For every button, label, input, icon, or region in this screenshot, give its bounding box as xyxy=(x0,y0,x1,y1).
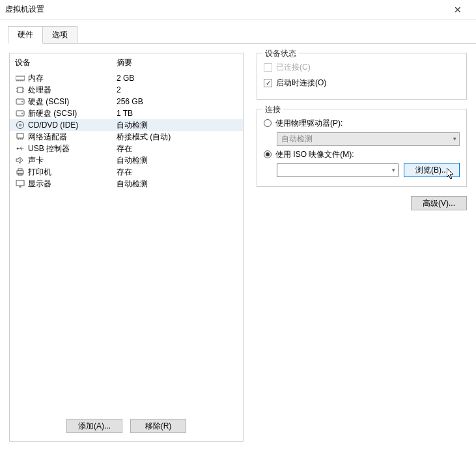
device-row-memory[interactable]: 内存 2 GB xyxy=(10,72,243,84)
left-button-row: 添加(A)... 移除(R) xyxy=(10,419,243,433)
chevron-down-icon: ▾ xyxy=(453,135,456,142)
memory-icon xyxy=(15,74,25,83)
left-pane: 设备 摘要 内存 2 GB 处理器 2 硬盘 (SCSI) 256 GB 新硬盘… xyxy=(9,53,244,442)
physical-drive-select-row: 自动检测 ▾ xyxy=(277,132,460,146)
device-name: 打印机 xyxy=(28,167,117,178)
svg-rect-28 xyxy=(16,180,24,186)
device-status-group: 设备状态 已连接(C) ✓ 启动时连接(O) xyxy=(257,53,467,100)
remove-button[interactable]: 移除(R) xyxy=(130,419,186,433)
device-name: USB 控制器 xyxy=(28,143,117,154)
device-name: 网络适配器 xyxy=(28,132,117,143)
connect-at-power-row[interactable]: ✓ 启动时连接(O) xyxy=(264,76,460,90)
titlebar: 虚拟机设置 ✕ xyxy=(0,0,476,20)
window-title: 虚拟机设置 xyxy=(5,4,445,15)
right-pane: 设备状态 已连接(C) ✓ 启动时连接(O) 连接 使用物理驱动器(P): 自动… xyxy=(244,53,467,442)
tab-options[interactable]: 选项 xyxy=(42,26,77,44)
svg-point-14 xyxy=(17,122,24,129)
device-name: 新硬盘 (SCSI) xyxy=(28,108,117,119)
device-name: 显示器 xyxy=(28,178,117,190)
use-iso-row[interactable]: 使用 ISO 映像文件(M): xyxy=(264,147,460,162)
physical-drive-select[interactable]: 自动检测 ▾ xyxy=(277,132,460,146)
device-row-display[interactable]: 显示器 自动检测 xyxy=(10,178,243,190)
radio-icon xyxy=(264,150,272,158)
device-row-disk2[interactable]: 新硬盘 (SCSI) 1 TB xyxy=(10,107,243,119)
device-row-sound[interactable]: 声卡 自动检测 xyxy=(10,154,243,166)
tab-strip: 硬件 选项 xyxy=(8,26,476,44)
device-row-usb[interactable]: USB 控制器 存在 xyxy=(10,143,243,154)
device-name: 硬盘 (SCSI) xyxy=(28,96,117,107)
svg-point-13 xyxy=(21,113,23,114)
device-summary: 1 TB xyxy=(117,109,238,118)
content-area: 设备 摘要 内存 2 GB 处理器 2 硬盘 (SCSI) 256 GB 新硬盘… xyxy=(0,44,476,467)
device-summary: 存在 xyxy=(117,143,238,154)
printer-icon xyxy=(15,167,25,177)
col-summary: 摘要 xyxy=(117,57,238,68)
use-iso-label: 使用 ISO 映像文件(M): xyxy=(275,149,354,160)
device-summary: 桥接模式 (自动) xyxy=(117,132,238,143)
sound-icon xyxy=(15,156,25,165)
close-icon[interactable]: ✕ xyxy=(445,5,471,15)
connection-group: 连接 使用物理驱动器(P): 自动检测 ▾ 使用 ISO 映像文件(M): ▾ xyxy=(257,109,467,187)
disk-icon xyxy=(15,97,25,106)
svg-rect-12 xyxy=(16,111,24,116)
radio-icon xyxy=(264,119,272,127)
device-summary: 存在 xyxy=(117,167,238,178)
chevron-down-icon: ▾ xyxy=(392,167,395,173)
device-name: CD/DVD (IDE) xyxy=(28,120,117,130)
device-row-disk1[interactable]: 硬盘 (SCSI) 256 GB xyxy=(10,96,243,107)
device-list-header: 设备 摘要 xyxy=(10,53,243,72)
cpu-icon xyxy=(15,85,25,94)
connected-row[interactable]: 已连接(C) xyxy=(264,60,460,74)
device-summary: 自动检测 xyxy=(117,178,238,190)
group-title: 连接 xyxy=(262,104,283,115)
svg-marker-24 xyxy=(16,157,20,163)
device-name: 处理器 xyxy=(28,85,117,96)
device-row-nic[interactable]: 网络适配器 桥接模式 (自动) xyxy=(10,131,243,143)
iso-path-row: ▾ 浏览(B)... xyxy=(277,163,460,177)
network-icon xyxy=(15,132,25,141)
tab-underline xyxy=(8,43,476,44)
device-row-printer[interactable]: 打印机 存在 xyxy=(10,166,243,178)
add-button[interactable]: 添加(A)... xyxy=(66,419,122,433)
svg-point-11 xyxy=(21,101,23,102)
svg-rect-10 xyxy=(16,99,24,104)
browse-button[interactable]: 浏览(B)... xyxy=(404,163,460,177)
svg-rect-0 xyxy=(16,76,25,80)
device-list: 设备 摘要 内存 2 GB 处理器 2 硬盘 (SCSI) 256 GB 新硬盘… xyxy=(9,53,244,442)
device-summary: 2 xyxy=(117,85,238,94)
use-physical-row[interactable]: 使用物理驱动器(P): xyxy=(264,116,460,130)
device-summary: 自动检测 xyxy=(117,120,238,131)
connect-at-power-label: 启动时连接(O) xyxy=(276,78,326,89)
device-name: 内存 xyxy=(28,73,117,84)
usb-icon xyxy=(15,144,25,153)
display-icon xyxy=(15,179,25,188)
tab-hardware[interactable]: 硬件 xyxy=(8,26,43,44)
advanced-button[interactable]: 高级(V)... xyxy=(411,196,467,210)
device-row-cpu[interactable]: 处理器 2 xyxy=(10,84,243,96)
svg-rect-26 xyxy=(18,169,22,171)
svg-rect-5 xyxy=(18,87,23,92)
advanced-row: 高级(V)... xyxy=(257,196,467,210)
connected-label: 已连接(C) xyxy=(276,62,311,73)
svg-point-15 xyxy=(20,124,21,126)
cdrom-icon xyxy=(15,120,25,130)
checkbox-icon xyxy=(264,63,272,72)
iso-path-select[interactable]: ▾ xyxy=(277,163,399,177)
device-summary: 自动检测 xyxy=(117,155,238,166)
col-device: 设备 xyxy=(15,57,117,68)
select-value: 自动检测 xyxy=(281,134,313,145)
checkbox-icon: ✓ xyxy=(264,79,272,87)
device-row-cdrom[interactable]: CD/DVD (IDE) 自动检测 xyxy=(10,119,243,131)
svg-rect-16 xyxy=(17,134,23,138)
device-name: 声卡 xyxy=(28,155,117,166)
use-physical-label: 使用物理驱动器(P): xyxy=(275,118,343,129)
device-summary: 256 GB xyxy=(117,97,238,106)
disk-icon xyxy=(15,109,25,118)
group-title: 设备状态 xyxy=(262,48,299,59)
device-summary: 2 GB xyxy=(117,74,238,83)
